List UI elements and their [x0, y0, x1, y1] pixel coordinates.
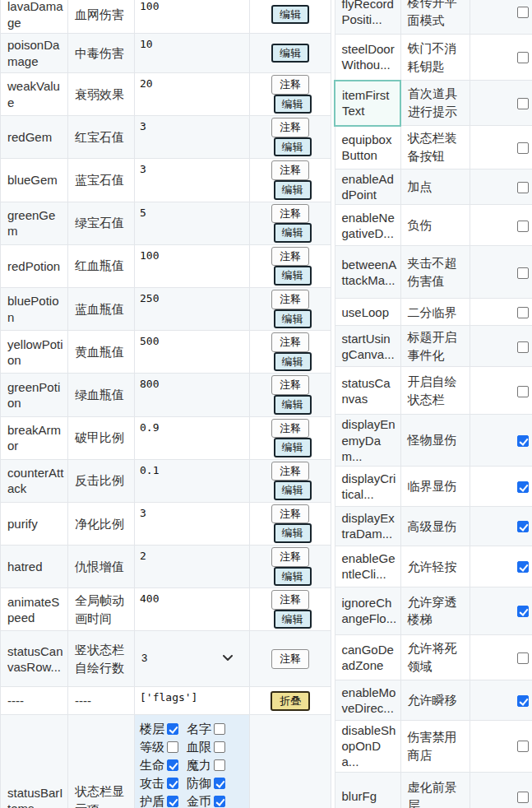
- flag-checkbox[interactable]: [517, 182, 529, 193]
- key-cell[interactable]: lavaDamage: [1, 0, 68, 34]
- key-cell[interactable]: disableShopOnDa...: [335, 720, 400, 772]
- key-cell[interactable]: ----: [1, 687, 68, 715]
- note-button[interactable]: 注释: [271, 290, 309, 309]
- status-bar-item-checkbox[interactable]: [167, 759, 178, 771]
- status-bar-item-checkbox[interactable]: [167, 723, 178, 735]
- flag-checkbox[interactable]: [517, 481, 529, 493]
- key-cell[interactable]: statusCanvasRow...: [1, 631, 68, 687]
- note-button[interactable]: 注释: [271, 462, 309, 481]
- flag-checkbox[interactable]: [517, 435, 529, 447]
- key-cell[interactable]: itemFirstText: [335, 81, 400, 126]
- note-button[interactable]: 注释: [271, 375, 309, 395]
- status-canvas-row-select[interactable]: 3: [140, 652, 244, 664]
- key-cell[interactable]: enableMoveDirec...: [335, 680, 400, 720]
- key-cell[interactable]: counterAttack: [1, 459, 68, 502]
- flag-checkbox[interactable]: [517, 741, 529, 752]
- key-cell[interactable]: blueGem: [1, 159, 68, 202]
- note-button[interactable]: 注释: [271, 504, 309, 524]
- edit-button[interactable]: 编辑: [274, 523, 312, 543]
- edit-button[interactable]: 编辑: [274, 610, 312, 629]
- flag-checkbox[interactable]: [517, 386, 529, 397]
- flag-checkbox[interactable]: [517, 52, 529, 63]
- key-cell[interactable]: purify: [1, 502, 68, 545]
- note-button[interactable]: 注释: [271, 247, 309, 267]
- key-cell[interactable]: bluePotion: [1, 287, 68, 330]
- edit-button[interactable]: 编辑: [274, 95, 312, 114]
- key-cell[interactable]: betweenAttackMa...: [335, 246, 400, 299]
- note-button[interactable]: 注释: [271, 75, 309, 95]
- key-cell[interactable]: steelDoorWithou...: [335, 35, 400, 81]
- edit-button[interactable]: 编辑: [274, 266, 312, 286]
- edit-button[interactable]: 编辑: [274, 180, 312, 200]
- key-cell[interactable]: startUsingCanva...: [335, 326, 400, 367]
- flag-checkbox[interactable]: [517, 695, 529, 707]
- key-cell[interactable]: greenPotion: [1, 374, 68, 416]
- edit-button[interactable]: 编辑: [271, 5, 309, 25]
- table-row: yellowPotion黄血瓶值500注释编辑: [1, 331, 331, 374]
- status-bar-item-checkbox[interactable]: [214, 723, 225, 735]
- key-cell[interactable]: equipboxButton: [335, 126, 400, 169]
- edit-button[interactable]: 编辑: [274, 223, 312, 243]
- status-bar-item-checkbox[interactable]: [167, 741, 178, 753]
- edit-button[interactable]: 编辑: [274, 438, 312, 457]
- edit-button[interactable]: 编辑: [271, 44, 309, 63]
- note-button[interactable]: 注释: [271, 649, 309, 669]
- note-button[interactable]: 注释: [271, 332, 309, 352]
- flag-checkbox[interactable]: [517, 267, 529, 279]
- table-row: itemFirstText首次道具进行提示: [335, 81, 532, 126]
- key-cell[interactable]: yellowPotion: [1, 331, 68, 374]
- edit-button[interactable]: 编辑: [274, 309, 312, 329]
- key-cell[interactable]: displayExtraDam...: [335, 506, 400, 546]
- flag-checkbox[interactable]: [517, 652, 529, 664]
- flag-checkbox[interactable]: [517, 521, 529, 532]
- status-bar-item-checkbox[interactable]: [214, 796, 225, 807]
- edit-button[interactable]: 编辑: [274, 352, 312, 372]
- key-cell[interactable]: enableGentleCli...: [335, 546, 400, 587]
- flag-checkbox[interactable]: [517, 307, 529, 318]
- status-bar-item-checkbox[interactable]: [167, 796, 178, 807]
- key-cell[interactable]: weakValue: [1, 73, 68, 116]
- flag-checkbox[interactable]: [517, 98, 529, 109]
- status-bar-item-checkbox[interactable]: [214, 778, 225, 789]
- note-button[interactable]: 注释: [271, 419, 309, 439]
- key-cell[interactable]: poisonDamage: [1, 34, 68, 73]
- note-button[interactable]: 注释: [271, 547, 309, 567]
- fold-button[interactable]: 折叠: [271, 691, 310, 711]
- key-cell[interactable]: statusBarItems: [1, 715, 68, 808]
- key-cell[interactable]: redPotion: [1, 244, 68, 287]
- key-cell[interactable]: redGem: [1, 116, 68, 159]
- key-cell[interactable]: statusCanvas: [335, 367, 400, 415]
- key-cell[interactable]: ignoreChangeFlo...: [335, 587, 400, 634]
- edit-button[interactable]: 编辑: [274, 481, 312, 500]
- key-cell[interactable]: displayCritical...: [335, 466, 400, 506]
- key-cell[interactable]: enableAddPoint: [335, 169, 400, 205]
- note-button[interactable]: 注释: [271, 118, 309, 137]
- status-bar-item-checkbox[interactable]: [214, 741, 225, 753]
- key-cell[interactable]: flyRecordPositi...: [335, 0, 400, 35]
- flag-checkbox[interactable]: [517, 142, 529, 154]
- flag-checkbox[interactable]: [517, 341, 529, 353]
- flag-checkbox[interactable]: [517, 221, 529, 232]
- edit-button[interactable]: 编辑: [274, 567, 312, 587]
- key-cell[interactable]: animateSpeed: [1, 588, 68, 631]
- note-button[interactable]: 注释: [271, 204, 309, 224]
- key-cell[interactable]: blurFg: [335, 772, 400, 808]
- flag-checkbox[interactable]: [517, 561, 529, 573]
- note-button[interactable]: 注释: [271, 160, 309, 180]
- key-cell[interactable]: enableNegativeD...: [335, 205, 400, 246]
- key-cell[interactable]: useLoop: [335, 299, 400, 326]
- key-cell[interactable]: canGoDeadZone: [335, 634, 400, 680]
- edit-button[interactable]: 编辑: [274, 137, 312, 157]
- flag-checkbox[interactable]: [517, 606, 529, 617]
- note-button[interactable]: 注释: [271, 590, 309, 610]
- table-row: canGoDeadZone允许将死领域: [335, 634, 532, 680]
- key-cell[interactable]: displayEnemyDam...: [335, 415, 400, 467]
- status-bar-item-checkbox[interactable]: [167, 778, 178, 789]
- key-cell[interactable]: hatred: [1, 546, 68, 588]
- flag-checkbox[interactable]: [517, 792, 529, 803]
- key-cell[interactable]: greenGem: [1, 202, 68, 244]
- edit-button[interactable]: 编辑: [274, 395, 312, 415]
- flag-checkbox[interactable]: [517, 7, 529, 18]
- status-bar-item-checkbox[interactable]: [214, 759, 225, 771]
- key-cell[interactable]: breakArmor: [1, 416, 68, 459]
